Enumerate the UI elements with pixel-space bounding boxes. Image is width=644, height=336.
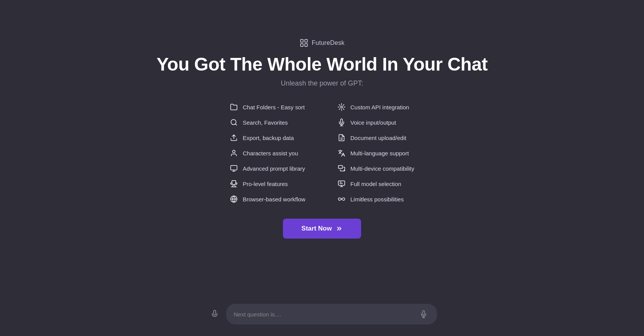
feature-characters: Characters assist you [230,149,307,157]
feature-prompt-library: Advanced prompt library [230,164,307,173]
feature-label: Custom API integration [350,104,409,110]
feature-pro: Pro-level features [230,180,307,188]
chevrons-right-icon [336,225,343,232]
right-mic-button[interactable] [418,308,429,320]
hero-title: You Got The Whole World In Your Chat [156,54,488,75]
feature-voice: Voice input/output [337,118,414,127]
svg-rect-10 [231,166,237,170]
mic-icon [337,118,346,127]
feature-custom-api: Custom API integration [337,103,414,111]
feature-label: Voice input/output [350,119,396,126]
trophy-icon [230,180,238,188]
upload-icon [230,133,238,142]
svg-point-9 [233,150,235,153]
svg-rect-0 [301,40,303,42]
search-input-container[interactable]: Next question is.... [226,304,437,324]
feature-browser: Browser-based workflow [230,195,307,203]
feature-label: Pro-level features [243,181,288,187]
book-icon [230,164,238,173]
logo-row: FutureDesk [299,38,345,48]
feature-label: Full model selection [350,181,401,187]
translate-icon [337,149,346,157]
feature-search: Search, Favorites [230,118,307,127]
feature-multilanguage: Multi-language support [337,149,414,157]
feature-label: Limitless possibilities [350,196,404,203]
model-icon [337,180,346,188]
svg-point-4 [341,106,343,108]
svg-rect-15 [338,181,345,186]
feature-label: Characters assist you [243,150,298,156]
feature-label: Chat Folders - Easy sort [243,104,305,110]
feature-label: Multi-device compatibility [350,165,414,172]
feature-label: Advanced prompt library [243,165,305,172]
feature-export: Export, backup data [230,133,307,142]
feature-multi-device: Multi-device compatibility [337,164,414,173]
feature-label: Document upload/edit [350,135,406,141]
feature-limitless: Limitless possibilities [337,195,414,203]
globe-icon [230,195,238,203]
folder-icon [230,103,238,111]
svg-point-14 [344,170,344,170]
feature-label: Browser-based workflow [243,196,305,203]
user-icon [230,149,238,157]
api-icon [337,103,346,111]
feature-chat-folders: Chat Folders - Easy sort [230,103,307,111]
feature-label: Multi-language support [350,150,409,156]
search-icon [230,118,238,127]
main-content: FutureDesk You Got The Whole World In Yo… [0,38,644,239]
feature-document: Document upload/edit [337,133,414,142]
brand-name: FutureDesk [312,40,345,46]
features-grid: Chat Folders - Easy sort Custom API inte… [230,103,414,203]
left-mic-button[interactable] [207,306,222,322]
infinity-icon [337,195,346,203]
svg-rect-2 [301,44,303,46]
feature-label: Search, Favorites [243,119,288,126]
svg-rect-3 [305,44,307,46]
logo-icon [299,38,309,48]
bottom-input-bar: Next question is.... [207,304,437,324]
svg-rect-1 [305,40,307,42]
feature-model-selection: Full model selection [337,180,414,188]
feature-label: Export, backup data [243,135,294,141]
document-icon [337,133,346,142]
svg-rect-13 [338,166,343,169]
devices-icon [337,164,346,173]
search-input-placeholder: Next question is.... [234,311,281,318]
start-now-button[interactable]: Start Now [283,219,361,239]
hero-subtitle: Unleash the power of GPT: [281,79,363,87]
start-now-label: Start Now [301,225,332,232]
